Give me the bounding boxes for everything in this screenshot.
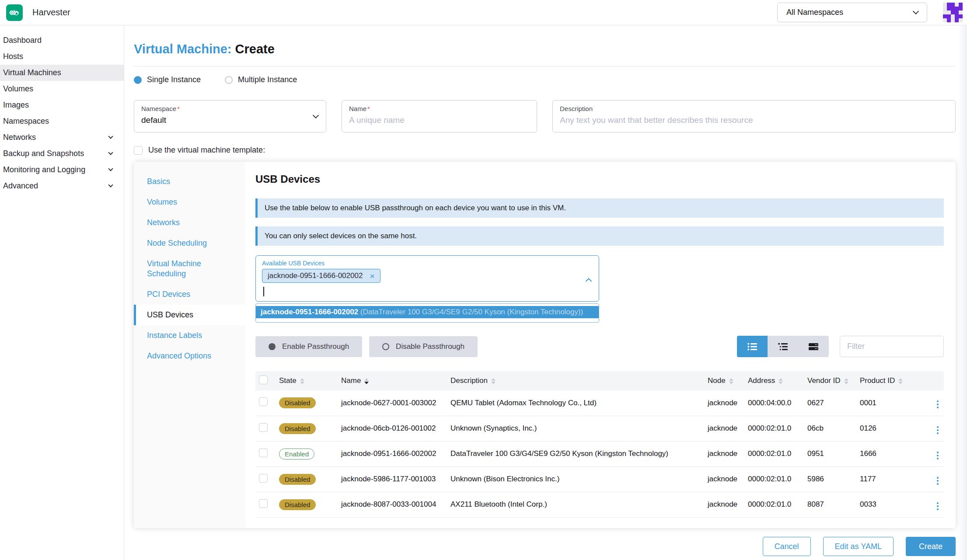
main-content: Virtual Machine: Create Single Instance … [125,25,967,560]
column-header[interactable]: Product ID [856,371,918,390]
card-view-icon [809,343,818,351]
sidebar-item[interactable]: Monitoring and Logging [0,162,124,178]
sort-icon[interactable] [300,378,304,384]
column-header-label: Node [708,376,726,385]
sidebar-item[interactable]: Hosts [0,49,124,65]
cancel-button[interactable]: Cancel [763,537,811,556]
use-template-checkbox[interactable] [134,146,143,155]
sidebar-item-label: Advanced [3,181,38,191]
sidebar-item[interactable]: Images [0,97,124,113]
state-cell: Disabled [276,416,338,441]
column-header[interactable]: Vendor ID [804,371,856,390]
form-tab[interactable]: Instance Labels [134,325,245,346]
chevron-up-icon[interactable] [586,278,592,284]
row-checkbox[interactable] [259,397,268,406]
vm-form-card: Basics Volumes Networks Node Scheduling … [134,162,956,528]
sort-icon[interactable] [491,378,496,384]
row-checkbox[interactable] [259,449,268,457]
form-tab[interactable]: Node Scheduling [134,233,245,254]
form-tab[interactable]: Volumes [134,192,245,212]
row-checkbox[interactable] [259,474,268,483]
namespace-select[interactable]: Namespace* default [134,100,326,132]
table-row: Disabled jacknode-5986-1177-001003 Unkno… [255,466,944,492]
namespace-filter-value: All Namespaces [786,8,843,17]
form-tab[interactable]: Virtual Machine Scheduling [134,254,245,284]
row-actions-cell [918,441,944,466]
row-menu-icon[interactable] [935,399,940,410]
sidebar-item[interactable]: Namespaces [0,113,124,129]
vendor-id-cell: 06cb [804,416,856,441]
grouped-view-button[interactable] [768,336,798,357]
remove-tag-icon[interactable]: × [370,273,374,279]
form-tab[interactable]: Advanced Options [134,346,245,366]
device-dropdown-option[interactable]: jacknode-0951-1666-002002 (DataTraveler … [256,306,599,318]
name-input[interactable] [349,115,530,125]
title-divider [134,66,956,66]
sidebar-item-label: Images [3,101,29,110]
use-template-row: Use the virtual machine template: [134,146,956,155]
enable-passthrough-button[interactable]: Enable Passthrough [255,336,362,357]
select-all-checkbox[interactable] [259,376,268,384]
sidebar-item-label: Backup and Snapshots [3,149,84,158]
sort-icon[interactable] [729,378,733,384]
sidebar-item[interactable]: Dashboard [0,32,124,49]
row-checkbox[interactable] [259,423,268,432]
available-usb-devices-select[interactable]: Available USB Devices jacknode-0951-1666… [255,255,599,302]
form-tab[interactable]: PCI Devices [134,284,245,305]
instance-radio[interactable]: Single Instance [134,75,201,84]
table-row: Enabled jacknode-0951-1666-002002 DataTr… [255,441,944,466]
sidebar-item[interactable]: Backup and Snapshots [0,146,124,162]
status-badge: Disabled [279,499,316,510]
form-tab[interactable]: Basics [134,171,245,192]
filter-input[interactable] [840,336,944,357]
sort-icon[interactable] [844,378,848,384]
edit-as-yaml-button[interactable]: Edit as YAML [823,537,894,556]
row-menu-icon[interactable] [935,424,940,436]
sort-icon[interactable] [898,378,903,384]
radio-label: Multiple Instance [238,75,297,84]
column-header[interactable]: Node [704,371,744,390]
name-field[interactable]: Name* [342,100,537,132]
sidebar-item[interactable]: Volumes [0,81,124,97]
column-header[interactable]: Name [338,371,447,390]
column-header[interactable]: Description [447,371,704,390]
sidebar-item[interactable]: Virtual Machines [0,65,124,81]
form-tab[interactable]: USB Devices [134,305,245,325]
scrollbar-gutter[interactable] [958,25,967,560]
row-checkbox[interactable] [259,499,268,508]
page-title-resource[interactable]: Virtual Machine: [134,42,231,56]
device-dropdown-menu: jacknode-0951-1666-002002 (DataTraveler … [255,303,599,323]
address-cell: 0000:02:01.0 [744,416,804,441]
disable-passthrough-button[interactable]: Disable Passthrough [369,336,478,357]
row-actions-cell [918,390,944,416]
card-view-button[interactable] [798,336,829,357]
sort-icon[interactable] [364,378,369,384]
description-input[interactable] [560,115,948,125]
description-cell: AX211 Bluetooth (Intel Corp.) [447,492,704,517]
sidebar-item[interactable]: Networks [0,129,124,146]
row-menu-icon[interactable] [935,475,940,487]
sort-icon[interactable] [778,378,783,384]
status-badge: Disabled [279,397,316,408]
list-view-button[interactable] [737,336,768,357]
user-avatar[interactable] [943,3,963,22]
row-menu-icon[interactable] [935,501,940,512]
row-menu-icon[interactable] [935,450,940,461]
chevron-down-icon [108,182,113,187]
create-button[interactable]: Create [906,537,956,556]
harvester-logo-icon[interactable] [6,4,23,21]
instance-radio[interactable]: Multiple Instance [225,75,297,84]
node-cell: jacknode [704,416,744,441]
selected-device-tag[interactable]: jacknode-0951-1666-002002 × [262,269,381,283]
description-field[interactable]: Description [552,100,956,132]
namespace-filter-select[interactable]: All Namespaces [777,3,927,22]
column-header[interactable]: Address [744,371,804,390]
column-header[interactable]: State [276,371,338,390]
sidebar-item[interactable]: Advanced [0,178,124,194]
column-header-label: Product ID [860,376,895,385]
outline-circle-icon [382,343,389,350]
description-cell: DataTraveler 100 G3/G4/SE9 G2/50 Kyson (… [447,441,704,466]
required-asterisk: * [177,105,180,112]
form-tab[interactable]: Networks [134,212,245,233]
vendor-id-cell: 8087 [804,492,856,517]
